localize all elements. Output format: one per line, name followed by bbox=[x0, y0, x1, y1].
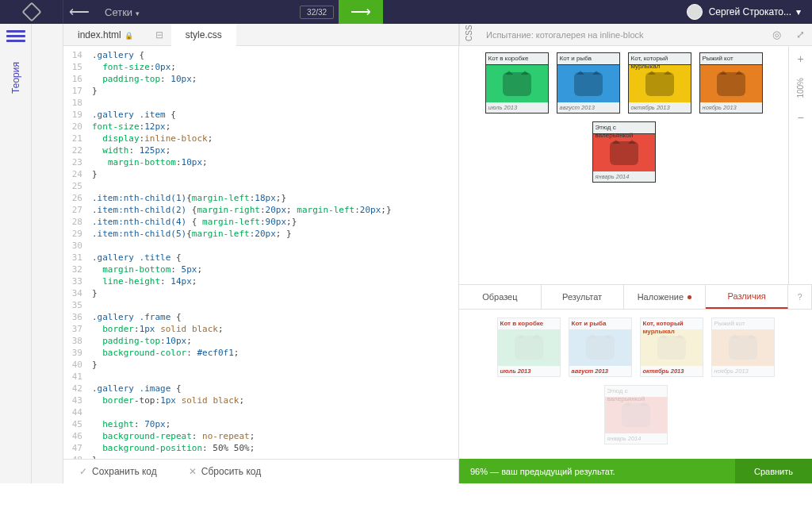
help-button[interactable]: ? bbox=[788, 285, 812, 309]
editor-bottom-bar: ✓Сохранить код ✕Сбросить код bbox=[63, 459, 458, 483]
card-date: октябрь 2013 bbox=[629, 102, 691, 113]
tab-result[interactable]: Результат bbox=[542, 285, 624, 309]
css-label: CSS bbox=[459, 24, 478, 46]
gallery-card: Кот в коробкеиюль 2013 bbox=[485, 52, 549, 114]
card-title: Этюд с валерьянкой bbox=[593, 122, 655, 133]
render-preview: Кот в коробкеиюль 2013Кот и рыбаавгуст 2… bbox=[459, 46, 788, 284]
tab-overlay[interactable]: Наложение bbox=[624, 285, 707, 309]
cat-icon bbox=[622, 403, 650, 427]
theory-sidebar: Теория bbox=[0, 24, 32, 483]
reset-icon: ✕ bbox=[189, 466, 197, 477]
forward-arrow-button[interactable]: ⟶ bbox=[339, 0, 383, 24]
dot-icon bbox=[688, 295, 691, 299]
gallery-card: Кот и рыбаавгуст 2013 bbox=[557, 52, 620, 114]
tab-index-html[interactable]: index.html🔒 bbox=[63, 24, 147, 46]
diff-title: Рыжий кот bbox=[712, 318, 774, 329]
cat-icon bbox=[586, 336, 615, 360]
zoom-in-button[interactable]: + bbox=[789, 46, 812, 71]
editor-tabs: index.html🔒 ⊟ style.css bbox=[63, 24, 458, 46]
diff-card: Кот и рыбаавгуст 2013 bbox=[569, 318, 632, 377]
cat-icon bbox=[574, 72, 603, 96]
logo[interactable] bbox=[0, 0, 63, 24]
breadcrumb[interactable]: Сетки▾ bbox=[95, 6, 149, 18]
card-title: Кот в коробке bbox=[486, 53, 548, 64]
diff-title: Кот и рыба bbox=[569, 318, 631, 329]
zoom-controls: + 100% − bbox=[788, 46, 812, 284]
lock-icon: 🔒 bbox=[124, 32, 133, 40]
theory-label[interactable]: Теория bbox=[10, 62, 21, 94]
diff-date: январь 2014 bbox=[605, 433, 667, 444]
cat-icon bbox=[515, 336, 543, 360]
code-editor[interactable]: 1415161718192021222324252627282930313233… bbox=[63, 46, 458, 459]
save-code-button[interactable]: ✓Сохранить код bbox=[63, 466, 173, 477]
card-date: июль 2013 bbox=[486, 102, 548, 113]
expand-icon[interactable]: ⤢ bbox=[788, 29, 812, 40]
user-menu[interactable]: Сергей Строкато... ▾ bbox=[676, 4, 812, 20]
zoom-out-button[interactable]: − bbox=[789, 105, 812, 130]
gallery-card: Рыжий котноябрь 2013 bbox=[699, 52, 763, 114]
diff-date: ноябрь 2013 bbox=[712, 366, 774, 376]
tab-diff[interactable]: Различия bbox=[706, 285, 788, 309]
diff-card: Кот, который мурлыкалоктябрь 2013 bbox=[640, 318, 703, 377]
cat-icon bbox=[503, 72, 531, 96]
username: Сергей Строкато... bbox=[709, 6, 791, 17]
diff-card: Этюд с валерьянкойянварь 2014 bbox=[604, 385, 668, 444]
chevron-down-icon: ▾ bbox=[136, 10, 140, 17]
diff-title: Кот, который мурлыкал bbox=[641, 318, 703, 329]
gallery-card: Этюд с валерьянкойянварь 2014 bbox=[592, 121, 656, 183]
avatar bbox=[687, 4, 703, 20]
diff-title: Этюд с валерьянкой bbox=[605, 386, 667, 397]
card-date: январь 2014 bbox=[593, 171, 655, 182]
result-text: 96% — ваш предыдущий результат. bbox=[459, 467, 735, 476]
card-title: Рыжий кот bbox=[700, 53, 762, 64]
card-title: Кот, который мурлыкал bbox=[629, 53, 691, 64]
card-date: август 2013 bbox=[557, 102, 619, 113]
cat-icon bbox=[645, 72, 674, 96]
compare-button[interactable]: Сравнить bbox=[735, 459, 812, 483]
diff-date: июль 2013 bbox=[498, 366, 560, 376]
tab-style-css[interactable]: style.css bbox=[171, 24, 236, 46]
diff-card: Кот в коробкеиюль 2013 bbox=[497, 318, 561, 377]
check-icon: ✓ bbox=[79, 466, 87, 477]
card-date: ноябрь 2013 bbox=[700, 102, 762, 113]
tab-sample[interactable]: Образец bbox=[459, 285, 542, 309]
diff-date: август 2013 bbox=[569, 366, 631, 376]
result-bar: 96% — ваш предыдущий результат. Сравнить bbox=[459, 459, 812, 483]
progress-indicator: 32/32 bbox=[300, 6, 334, 19]
preview-pane: CSS Испытание: котогалерея на inline-blo… bbox=[458, 24, 812, 483]
compare-tabs: Образец Результат Наложение Различия ? bbox=[459, 284, 812, 310]
gallery-card: Кот, который мурлыкалоктябрь 2013 bbox=[628, 52, 691, 114]
cat-icon bbox=[610, 141, 638, 165]
zoom-value: 100% bbox=[796, 78, 805, 98]
reset-code-button[interactable]: ✕Сбросить код bbox=[173, 466, 277, 477]
editor-pane: index.html🔒 ⊟ style.css 1415161718192021… bbox=[63, 24, 458, 483]
split-icon[interactable]: ⊟ bbox=[147, 29, 171, 40]
cat-icon bbox=[717, 72, 745, 96]
cat-icon bbox=[657, 336, 686, 360]
burger-icon[interactable] bbox=[6, 30, 25, 43]
card-title: Кот и рыба bbox=[557, 53, 619, 64]
target-icon[interactable]: ◎ bbox=[764, 29, 788, 40]
diff-view: Кот в коробкеиюль 2013Кот и рыбаавгуст 2… bbox=[459, 310, 812, 459]
chevron-down-icon: ▾ bbox=[796, 6, 801, 17]
diff-card: Рыжий котноябрь 2013 bbox=[711, 318, 775, 377]
diff-date: октябрь 2013 bbox=[641, 366, 703, 376]
diff-title: Кот в коробке bbox=[498, 318, 560, 329]
preview-title: Испытание: котогалерея на inline-block bbox=[478, 30, 764, 40]
back-arrow-icon[interactable]: ⟵ bbox=[63, 3, 95, 21]
top-bar: ⟵ Сетки▾ 32/32 ⟶ Сергей Строкато... ▾ bbox=[0, 0, 812, 24]
cat-icon bbox=[729, 336, 757, 360]
